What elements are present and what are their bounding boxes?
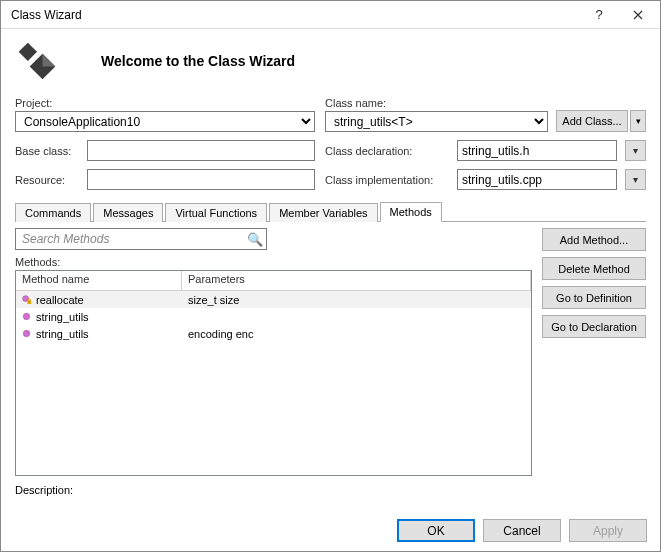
- close-icon: [633, 10, 643, 20]
- search-box: 🔍: [15, 228, 267, 250]
- cancel-button[interactable]: Cancel: [483, 519, 561, 542]
- column-parameters[interactable]: Parameters: [182, 271, 531, 290]
- method-icon: [20, 294, 32, 306]
- parameters-cell: size_t size: [182, 294, 531, 306]
- method-icon: [20, 328, 32, 340]
- chevron-down-icon: ▾: [633, 145, 638, 156]
- dialog-footer: OK Cancel Apply: [0, 513, 661, 552]
- table-row[interactable]: string_utils: [16, 308, 531, 325]
- add-method-button[interactable]: Add Method...: [542, 228, 646, 251]
- project-label: Project:: [15, 97, 315, 109]
- table-row[interactable]: string_utilsencoding enc: [16, 325, 531, 342]
- tab-messages[interactable]: Messages: [93, 203, 163, 222]
- methods-label: Methods:: [15, 256, 532, 268]
- tab-virtual-functions[interactable]: Virtual Functions: [165, 203, 267, 222]
- apply-button[interactable]: Apply: [569, 519, 647, 542]
- class-implementation-input[interactable]: [458, 170, 616, 189]
- add-class-button[interactable]: Add Class...: [556, 110, 628, 132]
- method-name-cell: reallocate: [36, 294, 84, 306]
- help-button[interactable]: ?: [582, 1, 616, 29]
- delete-method-button[interactable]: Delete Method: [542, 257, 646, 280]
- method-name-cell: string_utils: [36, 328, 89, 340]
- class-declaration-input[interactable]: [458, 141, 616, 160]
- methods-table: Method name Parameters reallocatesize_t …: [15, 270, 532, 476]
- window-title: Class Wizard: [11, 8, 582, 22]
- tab-member-variables[interactable]: Member Variables: [269, 203, 377, 222]
- svg-point-6: [23, 313, 29, 319]
- method-icon: [20, 311, 32, 323]
- svg-marker-0: [19, 43, 37, 61]
- ok-button[interactable]: OK: [397, 519, 475, 542]
- parameters-cell: encoding enc: [182, 328, 531, 340]
- close-button[interactable]: [616, 1, 660, 29]
- wizard-icon: [15, 39, 59, 83]
- column-method-name[interactable]: Method name: [16, 271, 182, 290]
- class-implementation-label: Class implementation:: [325, 174, 451, 186]
- class-declaration-label: Class declaration:: [325, 145, 451, 157]
- method-name-cell: string_utils: [36, 311, 89, 323]
- class-name-label: Class name:: [325, 97, 548, 109]
- svg-point-7: [23, 330, 29, 336]
- go-to-declaration-button[interactable]: Go to Declaration: [542, 315, 646, 338]
- class-declaration-dropdown[interactable]: ▾: [625, 140, 646, 161]
- resource-label: Resource:: [15, 174, 81, 186]
- search-input[interactable]: [16, 232, 244, 246]
- class-name-select[interactable]: string_utils<T>: [325, 111, 548, 132]
- resource-input[interactable]: [88, 170, 314, 189]
- tab-bar: CommandsMessagesVirtual FunctionsMember …: [15, 200, 646, 222]
- search-icon[interactable]: 🔍: [244, 232, 266, 247]
- titlebar: Class Wizard ?: [1, 1, 660, 29]
- svg-marker-2: [43, 54, 56, 67]
- project-select[interactable]: ConsoleApplication10: [15, 111, 315, 132]
- hero: Welcome to the Class Wizard: [15, 35, 646, 97]
- class-implementation-dropdown[interactable]: ▾: [625, 169, 646, 190]
- tab-commands[interactable]: Commands: [15, 203, 91, 222]
- page-title: Welcome to the Class Wizard: [101, 53, 295, 69]
- add-class-dropdown[interactable]: ▾: [630, 110, 646, 132]
- table-row[interactable]: reallocatesize_t size: [16, 291, 531, 308]
- base-class-input[interactable]: [88, 141, 314, 160]
- svg-rect-5: [28, 299, 30, 301]
- chevron-down-icon: ▾: [633, 174, 638, 185]
- description-label: Description:: [15, 484, 532, 496]
- base-class-label: Base class:: [15, 145, 81, 157]
- tab-methods[interactable]: Methods: [380, 202, 442, 222]
- go-to-definition-button[interactable]: Go to Definition: [542, 286, 646, 309]
- chevron-down-icon: ▾: [636, 116, 641, 126]
